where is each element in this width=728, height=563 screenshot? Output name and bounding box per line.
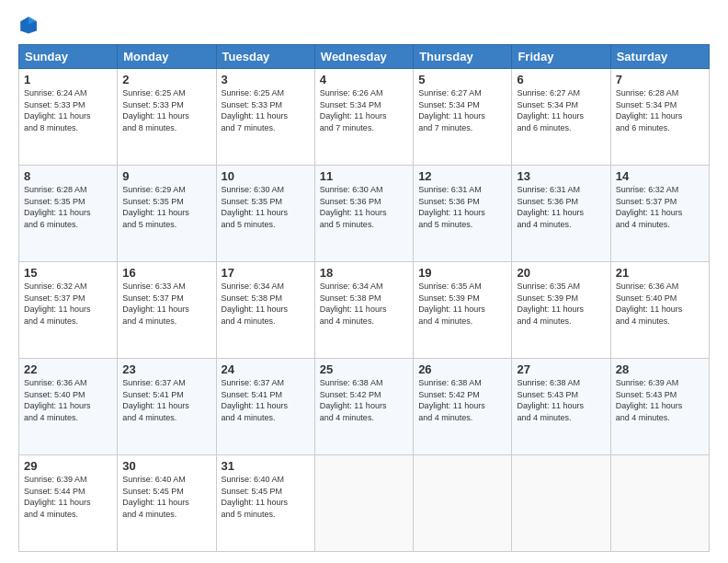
day-number: 5	[418, 73, 506, 86]
day-info: Sunrise: 6:40 AM Sunset: 5:45 PM Dayligh…	[222, 474, 310, 520]
calendar-cell: 2Sunrise: 6:25 AM Sunset: 5:33 PM Daylig…	[118, 69, 216, 166]
calendar-header-row: SundayMondayTuesdayWednesdayThursdayFrid…	[19, 45, 710, 69]
day-info: Sunrise: 6:32 AM Sunset: 5:37 PM Dayligh…	[616, 184, 704, 230]
calendar-cell: 4Sunrise: 6:26 AM Sunset: 5:34 PM Daylig…	[314, 69, 413, 166]
calendar-cell: 30Sunrise: 6:40 AM Sunset: 5:45 PM Dayli…	[118, 455, 216, 552]
calendar-cell: 16Sunrise: 6:33 AM Sunset: 5:37 PM Dayli…	[118, 262, 216, 359]
logo	[18, 15, 40, 35]
day-info: Sunrise: 6:38 AM Sunset: 5:42 PM Dayligh…	[418, 377, 506, 423]
calendar-header-tuesday: Tuesday	[216, 45, 314, 69]
calendar-cell: 22Sunrise: 6:36 AM Sunset: 5:40 PM Dayli…	[19, 359, 118, 455]
calendar-header-monday: Monday	[118, 45, 216, 69]
calendar-cell: 29Sunrise: 6:39 AM Sunset: 5:44 PM Dayli…	[19, 455, 118, 552]
day-info: Sunrise: 6:40 AM Sunset: 5:45 PM Dayligh…	[122, 474, 210, 520]
calendar-cell: 25Sunrise: 6:38 AM Sunset: 5:42 PM Dayli…	[314, 359, 413, 455]
calendar-cell: 18Sunrise: 6:34 AM Sunset: 5:38 PM Dayli…	[314, 262, 413, 359]
day-number: 21	[616, 266, 704, 280]
day-number: 13	[517, 169, 605, 183]
calendar-cell: 14Sunrise: 6:32 AM Sunset: 5:37 PM Dayli…	[610, 166, 709, 262]
calendar-cell: 20Sunrise: 6:35 AM Sunset: 5:39 PM Dayli…	[512, 262, 610, 359]
day-info: Sunrise: 6:38 AM Sunset: 5:42 PM Dayligh…	[320, 377, 408, 423]
day-number: 1	[24, 73, 112, 86]
day-info: Sunrise: 6:36 AM Sunset: 5:40 PM Dayligh…	[616, 281, 704, 327]
calendar-cell: 23Sunrise: 6:37 AM Sunset: 5:41 PM Dayli…	[118, 359, 216, 455]
day-info: Sunrise: 6:29 AM Sunset: 5:35 PM Dayligh…	[122, 184, 210, 230]
calendar-cell: 13Sunrise: 6:31 AM Sunset: 5:36 PM Dayli…	[512, 166, 610, 262]
page: SundayMondayTuesdayWednesdayThursdayFrid…	[0, 0, 728, 563]
day-info: Sunrise: 6:31 AM Sunset: 5:36 PM Dayligh…	[418, 184, 506, 230]
calendar-cell: 28Sunrise: 6:39 AM Sunset: 5:43 PM Dayli…	[610, 359, 709, 455]
day-number: 7	[616, 73, 704, 86]
calendar-header-saturday: Saturday	[610, 45, 709, 69]
calendar-week-2: 8Sunrise: 6:28 AM Sunset: 5:35 PM Daylig…	[19, 166, 710, 262]
calendar-cell: 8Sunrise: 6:28 AM Sunset: 5:35 PM Daylig…	[19, 166, 118, 262]
day-number: 23	[122, 362, 210, 376]
calendar-header-thursday: Thursday	[414, 45, 512, 69]
day-number: 24	[222, 362, 310, 376]
day-number: 14	[616, 169, 704, 183]
day-info: Sunrise: 6:37 AM Sunset: 5:41 PM Dayligh…	[122, 377, 210, 423]
day-info: Sunrise: 6:34 AM Sunset: 5:38 PM Dayligh…	[320, 281, 408, 327]
day-number: 26	[418, 362, 506, 376]
day-number: 19	[418, 266, 506, 280]
day-number: 8	[24, 169, 112, 183]
calendar-cell	[512, 455, 610, 552]
day-number: 25	[320, 362, 408, 376]
calendar-cell: 1Sunrise: 6:24 AM Sunset: 5:33 PM Daylig…	[19, 69, 118, 166]
calendar-header-friday: Friday	[512, 45, 610, 69]
day-info: Sunrise: 6:32 AM Sunset: 5:37 PM Dayligh…	[24, 281, 112, 327]
day-info: Sunrise: 6:35 AM Sunset: 5:39 PM Dayligh…	[418, 281, 506, 327]
calendar-week-4: 22Sunrise: 6:36 AM Sunset: 5:40 PM Dayli…	[19, 359, 710, 455]
day-info: Sunrise: 6:36 AM Sunset: 5:40 PM Dayligh…	[24, 377, 112, 423]
day-info: Sunrise: 6:33 AM Sunset: 5:37 PM Dayligh…	[122, 281, 210, 327]
day-number: 12	[418, 169, 506, 183]
calendar-cell: 21Sunrise: 6:36 AM Sunset: 5:40 PM Dayli…	[610, 262, 709, 359]
calendar-cell	[314, 455, 413, 552]
calendar-cell: 6Sunrise: 6:27 AM Sunset: 5:34 PM Daylig…	[512, 69, 610, 166]
calendar-cell	[610, 455, 709, 552]
calendar-cell: 17Sunrise: 6:34 AM Sunset: 5:38 PM Dayli…	[216, 262, 314, 359]
calendar-week-1: 1Sunrise: 6:24 AM Sunset: 5:33 PM Daylig…	[19, 69, 710, 166]
day-number: 4	[320, 73, 408, 86]
calendar-header-wednesday: Wednesday	[314, 45, 413, 69]
calendar-cell: 15Sunrise: 6:32 AM Sunset: 5:37 PM Dayli…	[19, 262, 118, 359]
day-info: Sunrise: 6:39 AM Sunset: 5:44 PM Dayligh…	[24, 474, 112, 520]
day-info: Sunrise: 6:35 AM Sunset: 5:39 PM Dayligh…	[517, 281, 605, 327]
calendar-week-3: 15Sunrise: 6:32 AM Sunset: 5:37 PM Dayli…	[19, 262, 710, 359]
day-number: 17	[222, 266, 310, 280]
calendar-cell: 10Sunrise: 6:30 AM Sunset: 5:35 PM Dayli…	[216, 166, 314, 262]
day-info: Sunrise: 6:28 AM Sunset: 5:35 PM Dayligh…	[24, 184, 112, 230]
calendar-cell: 12Sunrise: 6:31 AM Sunset: 5:36 PM Dayli…	[414, 166, 512, 262]
day-number: 22	[24, 362, 112, 376]
day-info: Sunrise: 6:28 AM Sunset: 5:34 PM Dayligh…	[616, 87, 704, 133]
day-info: Sunrise: 6:26 AM Sunset: 5:34 PM Dayligh…	[320, 87, 408, 133]
day-info: Sunrise: 6:27 AM Sunset: 5:34 PM Dayligh…	[418, 87, 506, 133]
logo-icon	[18, 15, 39, 35]
calendar-cell: 24Sunrise: 6:37 AM Sunset: 5:41 PM Dayli…	[216, 359, 314, 455]
calendar-cell: 26Sunrise: 6:38 AM Sunset: 5:42 PM Dayli…	[414, 359, 512, 455]
header	[18, 15, 710, 35]
calendar-cell: 5Sunrise: 6:27 AM Sunset: 5:34 PM Daylig…	[414, 69, 512, 166]
day-number: 20	[517, 266, 605, 280]
day-info: Sunrise: 6:24 AM Sunset: 5:33 PM Dayligh…	[24, 87, 112, 133]
day-number: 27	[517, 362, 605, 376]
calendar-cell: 19Sunrise: 6:35 AM Sunset: 5:39 PM Dayli…	[414, 262, 512, 359]
day-info: Sunrise: 6:27 AM Sunset: 5:34 PM Dayligh…	[517, 87, 605, 133]
calendar-cell: 27Sunrise: 6:38 AM Sunset: 5:43 PM Dayli…	[512, 359, 610, 455]
day-number: 6	[517, 73, 605, 86]
day-number: 3	[222, 73, 310, 86]
day-number: 16	[122, 266, 210, 280]
calendar-cell: 3Sunrise: 6:25 AM Sunset: 5:33 PM Daylig…	[216, 69, 314, 166]
day-info: Sunrise: 6:37 AM Sunset: 5:41 PM Dayligh…	[222, 377, 310, 423]
calendar-week-5: 29Sunrise: 6:39 AM Sunset: 5:44 PM Dayli…	[19, 455, 710, 552]
day-info: Sunrise: 6:38 AM Sunset: 5:43 PM Dayligh…	[517, 377, 605, 423]
calendar-cell: 31Sunrise: 6:40 AM Sunset: 5:45 PM Dayli…	[216, 455, 314, 552]
day-info: Sunrise: 6:30 AM Sunset: 5:35 PM Dayligh…	[222, 184, 310, 230]
day-info: Sunrise: 6:39 AM Sunset: 5:43 PM Dayligh…	[616, 377, 704, 423]
day-info: Sunrise: 6:25 AM Sunset: 5:33 PM Dayligh…	[222, 87, 310, 133]
day-number: 2	[122, 73, 210, 86]
calendar-cell: 9Sunrise: 6:29 AM Sunset: 5:35 PM Daylig…	[118, 166, 216, 262]
day-number: 28	[616, 362, 704, 376]
day-number: 31	[222, 459, 310, 473]
calendar-cell: 11Sunrise: 6:30 AM Sunset: 5:36 PM Dayli…	[314, 166, 413, 262]
